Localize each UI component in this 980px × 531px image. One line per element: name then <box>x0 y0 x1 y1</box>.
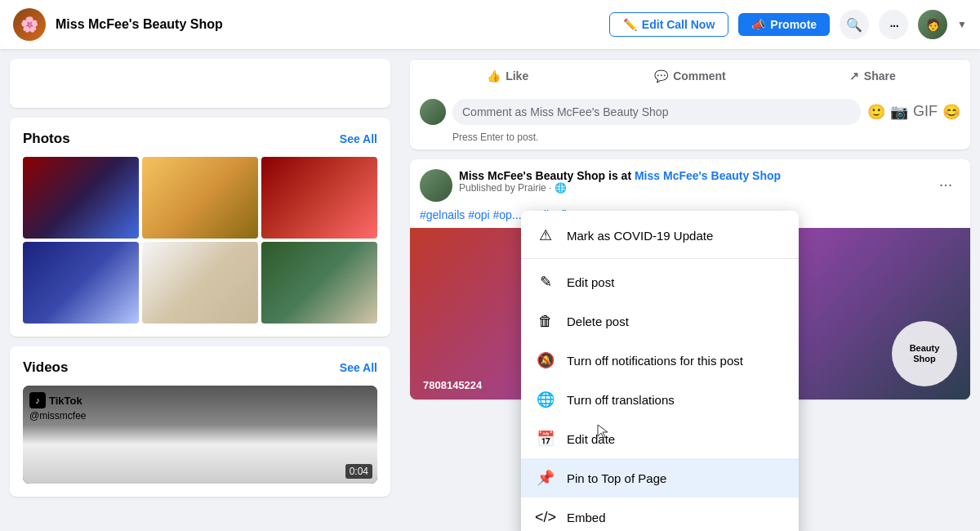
share-label: Share <box>864 69 896 83</box>
menu-item-turn-off-notifications[interactable]: 🔕Turn off notifications for this post <box>521 341 799 380</box>
menu-item-covid-update[interactable]: ⚠Mark as COVID-19 Update <box>521 216 799 255</box>
publisher-name: Prairie <box>518 182 546 194</box>
page-header: 🌸 Miss McFee's Beauty Shop ✏️ Edit Call … <box>0 0 980 49</box>
social-actions: 👍 Like 💬 Comment ↗ Share <box>410 59 970 92</box>
photo-2[interactable] <box>142 157 258 239</box>
search-icon: 🔍 <box>846 17 862 33</box>
context-menu: ⚠Mark as COVID-19 Update✎Edit post🗑Delet… <box>521 211 799 531</box>
menu-item-embed[interactable]: </>Embed <box>521 498 799 531</box>
photo-4[interactable] <box>23 242 139 324</box>
search-button[interactable]: 🔍 <box>840 10 869 39</box>
photo-5[interactable] <box>142 242 258 324</box>
photos-section: Photos See All <box>10 118 390 337</box>
like-icon: 👍 <box>487 69 501 83</box>
chevron-down-icon[interactable]: ▼ <box>957 19 967 30</box>
turn-off-notifications-icon: 🔕 <box>534 349 557 372</box>
megaphone-icon: 📣 <box>751 18 765 31</box>
avatar-image: 🧑 <box>926 18 940 31</box>
menu-item-delete-post[interactable]: 🗑Delete post <box>521 301 799 341</box>
covid-update-icon: ⚠ <box>534 224 557 247</box>
photos-header: Photos See All <box>23 131 377 147</box>
emoji-icon[interactable]: 🙂 <box>867 103 885 121</box>
turn-off-notifications-label: Turn off notifications for this post <box>567 354 743 368</box>
sticker-icon[interactable]: 😊 <box>942 103 960 121</box>
tiktok-label: TikTok <box>49 395 82 407</box>
like-button[interactable]: 👍 Like <box>416 63 599 89</box>
commenter-avatar <box>420 99 446 125</box>
post-author-line: Miss McFee's Beauty Shop is at Miss McFe… <box>459 169 924 182</box>
phone-overlay: 7808145224 <box>423 379 482 391</box>
photo-1[interactable] <box>23 157 139 239</box>
post-header: Miss McFee's Beauty Shop is at Miss McFe… <box>410 159 970 208</box>
videos-see-all[interactable]: See All <box>340 361 377 374</box>
tiktok-badge: ♪ TikTok <box>29 392 82 408</box>
user-avatar[interactable]: 🧑 <box>918 10 947 39</box>
edit-call-button[interactable]: ✏️ Edit Call Now <box>609 12 728 37</box>
photo-icon[interactable]: 📷 <box>890 103 908 121</box>
ellipsis-icon: ··· <box>889 16 898 34</box>
left-sidebar: Photos See All Videos See All <box>0 49 400 531</box>
turn-off-translations-icon: 🌐 <box>534 388 557 411</box>
share-button[interactable]: ↗ Share <box>782 63 964 89</box>
photos-title: Photos <box>23 131 70 147</box>
embed-icon: </> <box>534 506 557 529</box>
videos-header: Videos See All <box>23 359 377 376</box>
like-label: Like <box>506 69 528 83</box>
tiktok-icon: ♪ <box>29 392 46 408</box>
edit-date-icon: 📅 <box>534 427 557 450</box>
pin-to-top-label: Pin to Top of Page <box>567 471 666 485</box>
menu-item-edit-date[interactable]: 📅Edit date <box>521 419 799 458</box>
page-name: Miss McFee's Beauty Shop <box>56 17 223 32</box>
comment-area: Comment as Miss McFee's Beauty Shop 🙂 📷 … <box>410 92 970 132</box>
pin-to-top-icon: 📌 <box>534 466 557 489</box>
comment-input[interactable]: Comment as Miss McFee's Beauty Shop <box>452 99 861 125</box>
promote-button[interactable]: 📣 Promote <box>738 13 830 36</box>
covid-update-label: Mark as COVID-19 Update <box>567 229 713 243</box>
video-duration: 0:04 <box>345 464 372 479</box>
video-thumbnail[interactable]: ♪ TikTok @missmcfee 0:04 <box>23 386 377 484</box>
post-author-avatar <box>420 169 452 202</box>
comment-emoji-buttons: 🙂 📷 GIF 😊 <box>867 103 960 121</box>
press-enter-hint: Press Enter to post. <box>410 132 970 149</box>
comment-label: Comment <box>673 69 726 83</box>
tiktok-handle: @missmcfee <box>29 410 87 422</box>
top-card <box>10 59 390 108</box>
comment-icon: 💬 <box>654 69 668 83</box>
videos-title: Videos <box>23 359 68 376</box>
embed-label: Embed <box>567 511 606 524</box>
photo-6[interactable] <box>261 242 377 324</box>
edit-date-label: Edit date <box>567 432 615 446</box>
pencil-icon: ✏️ <box>623 18 637 31</box>
post-meta: Miss McFee's Beauty Shop is at Miss McFe… <box>459 169 924 194</box>
post-author-name: Miss McFee's Beauty Shop <box>459 169 605 182</box>
comment-placeholder: Comment as Miss McFee's Beauty Shop <box>462 105 668 118</box>
page-avatar: 🌸 <box>13 8 46 41</box>
more-options-button[interactable]: ··· <box>879 10 908 39</box>
edit-post-label: Edit post <box>567 275 614 289</box>
delete-post-label: Delete post <box>567 315 629 328</box>
comment-button[interactable]: 💬 Comment <box>599 63 781 89</box>
first-post-card: 👍 Like 💬 Comment ↗ Share Comment as Miss… <box>410 59 970 149</box>
turn-off-translations-label: Turn off translations <box>567 393 675 407</box>
videos-section: Videos See All ♪ TikTok @missmcfee 0:04 <box>10 346 390 497</box>
photo-3[interactable] <box>261 157 377 239</box>
ellipsis-icon: ··· <box>939 175 953 194</box>
share-icon: ↗ <box>849 69 859 83</box>
menu-item-edit-post[interactable]: ✎Edit post <box>521 262 799 301</box>
photos-see-all[interactable]: See All <box>340 132 377 145</box>
post-published-by: Published by Prairie · 🌐 <box>459 182 924 194</box>
edit-post-icon: ✎ <box>534 270 557 293</box>
gif-icon[interactable]: GIF <box>913 103 938 121</box>
photo-grid <box>23 157 377 324</box>
menu-item-turn-off-translations[interactable]: 🌐Turn off translations <box>521 380 799 419</box>
post-options-button[interactable]: ··· <box>931 169 960 199</box>
post-location-link[interactable]: Miss McFee's Beauty Shop <box>635 169 781 182</box>
logo-overlay: BeautyShop <box>892 321 957 386</box>
main-content: Photos See All Videos See All <box>0 49 980 531</box>
delete-post-icon: 🗑 <box>534 310 557 332</box>
menu-item-pin-to-top[interactable]: 📌Pin to Top of Page <box>521 458 799 498</box>
